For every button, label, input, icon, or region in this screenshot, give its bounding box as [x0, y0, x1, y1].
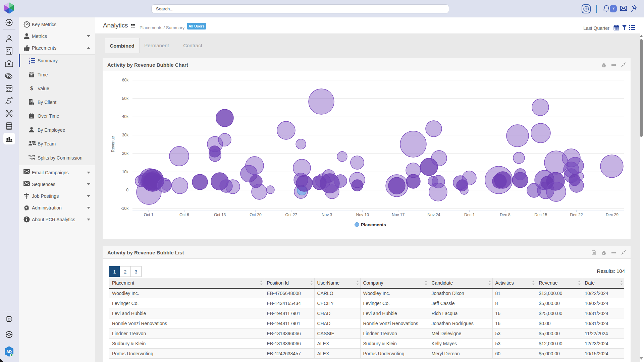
svg-text:-10k: -10k	[121, 206, 129, 211]
svg-text:Nov 10: Nov 10	[356, 213, 369, 217]
svg-text:Dec 1: Dec 1	[464, 213, 475, 217]
svg-text:Nov 24: Nov 24	[427, 213, 440, 217]
svg-text:40k: 40k	[122, 114, 129, 119]
svg-text:Nov 17: Nov 17	[392, 213, 405, 217]
svg-text:$: $	[30, 85, 33, 91]
svg-text:Dec 22: Dec 22	[570, 213, 583, 217]
svg-text:3: 3	[29, 62, 31, 64]
svg-text:50k: 50k	[122, 96, 129, 101]
svg-text:AD: AD	[6, 350, 12, 354]
svg-text:30k: 30k	[122, 133, 129, 137]
svg-text:0: 0	[126, 188, 128, 192]
svg-text:Oct 6: Oct 6	[179, 213, 189, 217]
svg-text:20k: 20k	[122, 151, 129, 156]
svg-text:Oct 13: Oct 13	[214, 213, 226, 217]
svg-text:Dec 29: Dec 29	[606, 213, 619, 217]
svg-text:Oct 20: Oct 20	[250, 213, 262, 217]
svg-text:10k: 10k	[122, 170, 129, 174]
svg-text:Oct 1: Oct 1	[144, 213, 154, 217]
svg-text:Nov 3: Nov 3	[322, 213, 332, 217]
svg-text:60k: 60k	[122, 78, 129, 82]
svg-text:Placements: Placements	[361, 222, 386, 227]
svg-text:Dec 15: Dec 15	[534, 213, 547, 217]
svg-text:Dec 8: Dec 8	[500, 213, 511, 217]
svg-text:Oct 27: Oct 27	[285, 213, 298, 217]
svg-text:Revenue: Revenue	[111, 136, 115, 152]
